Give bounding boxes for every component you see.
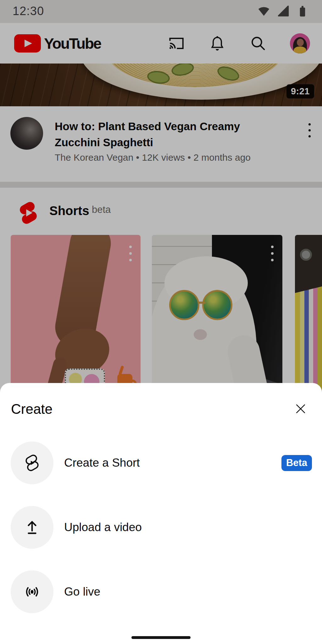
menu-item-go-live[interactable]: Go live — [0, 570, 322, 613]
close-button[interactable] — [293, 401, 308, 416]
beta-badge: Beta — [281, 455, 312, 471]
broadcast-icon — [22, 582, 42, 602]
close-icon — [293, 402, 308, 416]
menu-item-icon-circle — [11, 506, 53, 549]
create-sheet-title: Create — [11, 401, 53, 417]
shorts-outline-icon — [22, 453, 42, 473]
menu-item-label: Upload a video — [64, 521, 142, 534]
screen: 12:30 YouTube — [0, 0, 322, 644]
create-sheet-header: Create — [0, 383, 322, 425]
create-sheet: Create Create a Short Beta — [0, 383, 322, 644]
upload-icon — [22, 518, 42, 537]
menu-item-icon-circle — [11, 570, 53, 613]
menu-item-icon-circle — [11, 441, 53, 484]
menu-item-label: Create a Short — [64, 456, 140, 469]
menu-item-upload-video[interactable]: Upload a video — [0, 506, 322, 549]
menu-item-label: Go live — [64, 585, 100, 598]
menu-item-create-short[interactable]: Create a Short Beta — [0, 441, 322, 484]
create-sheet-menu: Create a Short Beta Upload a video — [0, 441, 322, 635]
home-indicator[interactable] — [131, 636, 191, 639]
